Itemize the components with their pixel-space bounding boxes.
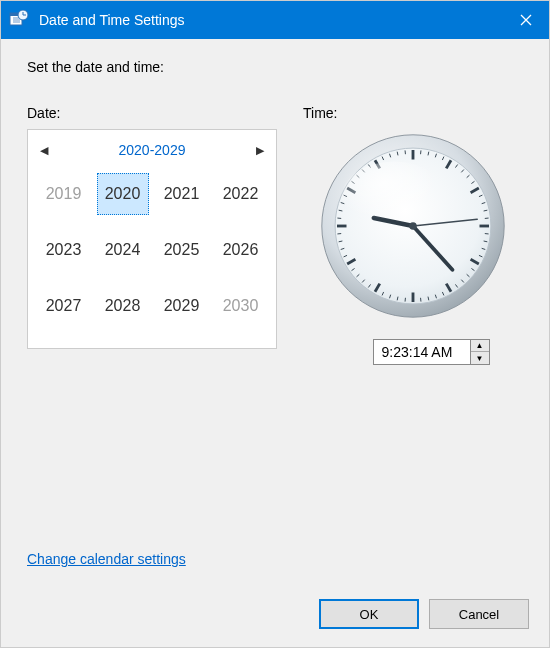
calendar-prev-button[interactable]: ◀ [34,140,54,161]
date-label: Date: [27,105,283,121]
svg-point-74 [342,161,447,233]
ok-button[interactable]: OK [319,599,419,629]
time-label: Time: [303,105,523,121]
year-cell[interactable]: 2019 [38,173,90,215]
cancel-button[interactable]: Cancel [429,599,529,629]
change-calendar-settings-link[interactable]: Change calendar settings [27,551,186,567]
time-value[interactable]: 9:23:14 AM [374,340,470,364]
year-cell[interactable]: 2021 [156,173,208,215]
calendar-next-button[interactable]: ▶ [250,140,270,161]
content-area: Set the date and time: Date: ◀ 2020-2029… [1,39,549,647]
year-cell[interactable]: 2026 [215,229,267,271]
year-cell[interactable]: 2025 [156,229,208,271]
analog-clock [318,131,508,321]
window-title: Date and Time Settings [39,12,503,28]
year-cell[interactable]: 2029 [156,285,208,327]
year-cell[interactable]: 2022 [215,173,267,215]
calendar-range-title[interactable]: 2020-2029 [119,142,186,158]
time-spin-up[interactable]: ▲ [471,340,489,352]
time-spin-down[interactable]: ▼ [471,352,489,364]
year-cell[interactable]: 2023 [38,229,90,271]
close-button[interactable] [503,1,549,39]
time-input[interactable]: 9:23:14 AM ▲ ▼ [373,339,490,365]
calendar: ◀ 2020-2029 ▶ 20192020202120222023202420… [27,129,277,349]
dialog-window: Date and Time Settings Set the date and … [0,0,550,648]
year-cell[interactable]: 2020 [97,173,149,215]
datetime-icon [9,10,29,30]
year-cell[interactable]: 2024 [97,229,149,271]
titlebar: Date and Time Settings [1,1,549,39]
instruction-text: Set the date and time: [27,59,523,75]
year-cell[interactable]: 2030 [215,285,267,327]
year-cell[interactable]: 2027 [38,285,90,327]
year-cell[interactable]: 2028 [97,285,149,327]
